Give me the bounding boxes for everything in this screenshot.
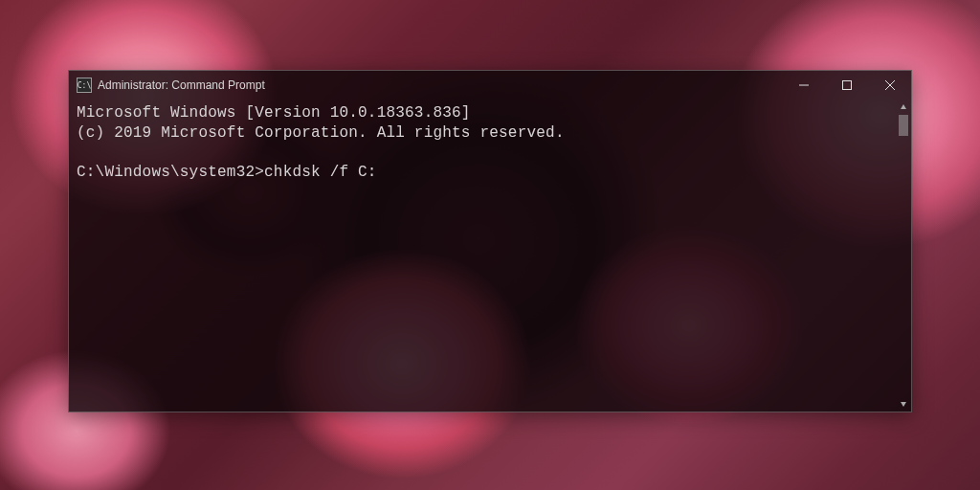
command-text: chkdsk /f C: — [264, 164, 377, 181]
version-line: Microsoft Windows [Version 10.0.18363.83… — [77, 104, 471, 122]
minimize-icon — [799, 80, 809, 90]
svg-marker-4 — [901, 104, 906, 109]
window-title: Administrator: Command Prompt — [98, 78, 265, 92]
titlebar[interactable]: C:\ Administrator: Command Prompt — [69, 71, 911, 100]
scroll-thumb[interactable] — [899, 115, 908, 136]
title-left: C:\ Administrator: Command Prompt — [77, 78, 265, 93]
prompt-text: C:\Windows\system32> — [77, 164, 264, 181]
close-icon — [885, 80, 895, 90]
terminal-body[interactable]: Microsoft Windows [Version 10.0.18363.83… — [69, 100, 911, 412]
maximize-button[interactable] — [825, 71, 868, 100]
scroll-up-button[interactable] — [896, 100, 911, 115]
maximize-icon — [842, 80, 852, 90]
svg-marker-5 — [901, 402, 906, 407]
chevron-up-icon — [900, 103, 907, 111]
chevron-down-icon — [900, 400, 907, 408]
scroll-down-button[interactable] — [896, 396, 911, 412]
window-controls — [782, 71, 911, 100]
command-prompt-window: C:\ Administrator: Command Prompt Micros… — [68, 70, 912, 412]
scrollbar[interactable] — [896, 100, 911, 412]
scroll-track[interactable] — [896, 115, 911, 396]
close-button[interactable] — [868, 71, 911, 100]
svg-rect-1 — [842, 81, 851, 90]
cmd-icon: C:\ — [77, 78, 92, 93]
minimize-button[interactable] — [782, 71, 825, 100]
copyright-line: (c) 2019 Microsoft Corporation. All righ… — [77, 124, 565, 142]
